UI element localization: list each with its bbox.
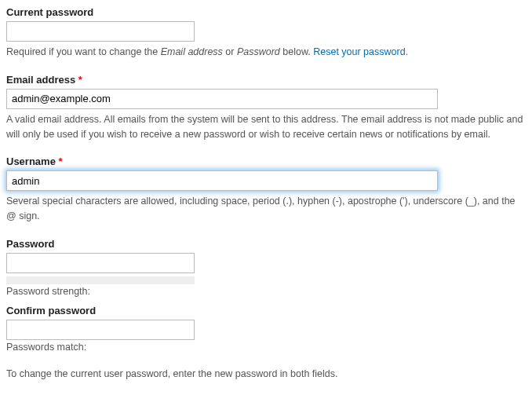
password-match-label: Passwords match:	[6, 342, 526, 353]
current-password-input[interactable]	[6, 21, 195, 42]
email-label: Email address *	[6, 74, 526, 86]
confirm-password-label: Confirm password	[6, 305, 526, 316]
confirm-password-item: Confirm password Passwords match:	[6, 305, 526, 353]
username-input[interactable]	[6, 170, 438, 191]
required-mark: *	[59, 155, 63, 167]
password-item: Password Password strength:	[6, 238, 526, 297]
confirm-password-input[interactable]	[6, 320, 195, 340]
current-password-label: Current password	[6, 6, 526, 18]
username-description: Several special characters are allowed, …	[6, 194, 526, 224]
password-input[interactable]	[6, 253, 195, 273]
username-label-text: Username	[6, 155, 56, 167]
desc-em-password: Password	[237, 46, 280, 57]
desc-text: below.	[280, 46, 313, 57]
password-strength-label: Password strength:	[6, 286, 526, 297]
desc-text: Required if you want to change the	[6, 46, 161, 57]
desc-text: .	[406, 46, 408, 57]
email-input[interactable]	[6, 89, 438, 109]
desc-em-email: Email address	[161, 46, 223, 57]
desc-text: or	[223, 46, 237, 57]
required-mark: *	[78, 74, 82, 86]
username-item: Username * Several special characters ar…	[6, 155, 526, 224]
email-item: Email address * A valid email address. A…	[6, 74, 526, 142]
email-label-text: Email address	[6, 74, 75, 86]
current-password-description: Required if you want to change the Email…	[6, 45, 526, 60]
password-footer-note: To change the current user password, ent…	[6, 367, 526, 382]
email-description: A valid email address. All emails from t…	[6, 112, 526, 142]
password-strength-bar	[6, 276, 195, 284]
username-label: Username *	[6, 155, 526, 167]
reset-password-link[interactable]: Reset your password	[313, 46, 405, 57]
password-label: Password	[6, 238, 526, 250]
current-password-item: Current password Required if you want to…	[6, 6, 526, 60]
